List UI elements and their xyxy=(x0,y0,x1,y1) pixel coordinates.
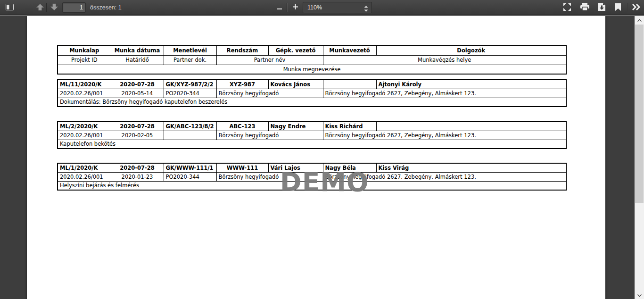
legend-description-row: Munka megnevezése xyxy=(58,65,566,74)
rendszam-cell: WWW-111 xyxy=(216,163,268,172)
menetlevel-cell: GK/ABC-123/8/2 xyxy=(164,122,216,131)
legend-header-row: Munkalap Munka dátuma Menetlevél Rendszá… xyxy=(58,46,566,55)
munka-megnevezese-cell: Kaputelefon bekötés xyxy=(58,140,566,149)
table-row: Dokumentálás: Börzsöny hegyifogadó kaput… xyxy=(58,98,566,107)
legend-cell: Partner név xyxy=(216,55,323,65)
previous-page-button[interactable] xyxy=(33,1,47,14)
scroll-up-button[interactable] xyxy=(635,16,644,24)
legend-cell: Munka megnevezése xyxy=(58,65,566,74)
toolbar-separator xyxy=(46,3,47,12)
zoom-level-select[interactable]: 110% xyxy=(303,2,372,13)
partner-dok-cell: PO2020-344 xyxy=(164,89,216,98)
gepk-vezeto-cell: Kovács János xyxy=(268,80,323,89)
chevron-down-icon xyxy=(637,291,642,299)
download-button[interactable] xyxy=(595,1,608,14)
legend-cell: Gépk. vezető xyxy=(268,46,323,55)
table-row: Kaputelefon bekötés xyxy=(58,140,566,149)
legend-cell: Munkavezető xyxy=(323,46,376,55)
legend-table: Munkalap Munka dátuma Menetlevél Rendszá… xyxy=(57,45,567,75)
printer-icon xyxy=(580,3,589,12)
partner-dok-cell xyxy=(164,131,216,140)
minus-icon xyxy=(276,4,282,11)
arrow-up-icon xyxy=(36,3,44,12)
table-row: ML/11/2020/K 2020-07-28 GK/XYZ-987/2/2 X… xyxy=(58,80,566,89)
dolgozok-cell: Ajtonyi Károly xyxy=(376,80,566,89)
arrow-down-icon xyxy=(50,3,58,12)
chevron-up-icon xyxy=(637,17,642,24)
double-chevron-icon xyxy=(631,4,641,12)
munka-datuma-cell: 2020-07-28 xyxy=(111,122,164,131)
projekt-id-cell: 2020.02.26/001 xyxy=(58,172,111,181)
rendszam-cell: XYZ-987 xyxy=(216,80,268,89)
demo-watermark: DEMO xyxy=(280,167,369,197)
munkavegzes-helye-cell: Börzsöny hegyifogadó 2627, Zebegény, Alm… xyxy=(323,89,566,98)
partner-nev-cell: Börzsöny hegyifogadó xyxy=(216,89,323,98)
rendszam-cell: ABC-123 xyxy=(216,122,268,131)
munkavezeto-cell: Kiss Richárd xyxy=(323,122,376,131)
sidebar-toggle-button[interactable] xyxy=(3,1,16,14)
hatarido-cell: 2020-05-14 xyxy=(111,89,164,98)
projekt-id-cell: 2020.02.26/001 xyxy=(58,89,111,98)
page-number-input[interactable] xyxy=(62,2,86,13)
legend-cell: Rendszám xyxy=(216,46,268,55)
hatarido-cell: 2020-01-23 xyxy=(111,172,164,181)
table-row: ML/2/2020/K 2020-07-28 GK/ABC-123/8/2 AB… xyxy=(58,122,566,131)
munkavegzes-helye-cell: Börzsöny hegyifogadó 2627, Zebegény, Alm… xyxy=(323,131,566,140)
munka-megnevezese-cell: Dokumentálás: Börzsöny hegyifogadó kaput… xyxy=(58,98,566,107)
munkavezeto-cell xyxy=(323,80,376,89)
projekt-id-cell: 2020.02.26/001 xyxy=(58,131,111,140)
munkalap-cell: ML/2/2020/K xyxy=(58,122,111,131)
plus-icon xyxy=(292,4,298,11)
legend-subheader-row: Projekt ID Határidő Partner dok. Partner… xyxy=(58,55,566,65)
pdf-viewer: összesen: 1 110% xyxy=(0,0,644,299)
legend-cell: Partner dok. xyxy=(164,55,216,65)
legend-cell: Határidő xyxy=(111,55,164,65)
next-page-button[interactable] xyxy=(48,1,61,14)
worksheet-table: ML/2/2020/K 2020-07-28 GK/ABC-123/8/2 AB… xyxy=(57,121,567,149)
sidebar-icon xyxy=(6,4,14,12)
print-button[interactable] xyxy=(578,1,591,14)
pdf-page: Munkalap Munka dátuma Menetlevél Rendszá… xyxy=(27,16,605,299)
munka-datuma-cell: 2020-07-28 xyxy=(111,80,164,89)
scrollbar-thumb[interactable] xyxy=(635,25,644,203)
zoom-out-button[interactable] xyxy=(272,1,286,14)
fullscreen-arrows-icon xyxy=(563,3,571,13)
page-count-label: összesen: 1 xyxy=(90,0,122,15)
hatarido-cell: 2020-02-05 xyxy=(111,131,164,140)
munkalap-cell: ML/11/2020/K xyxy=(58,80,111,89)
download-icon xyxy=(598,3,605,12)
bookmark-icon xyxy=(615,3,621,12)
table-row: 2020.02.26/001 2020-05-14 PO2020-344 Bör… xyxy=(58,89,566,98)
munkalap-cell: ML/1/2020/K xyxy=(58,163,111,172)
table-row: 2020.02.26/001 2020-02-05 Börzsöny hegyi… xyxy=(58,131,566,140)
bookmark-button[interactable] xyxy=(611,1,625,14)
toolbar-separator xyxy=(287,3,287,12)
partner-nev-cell: Börzsöny hegyifogadó xyxy=(216,131,323,140)
zoom-level-value: 110% xyxy=(307,4,322,11)
toolbar-separator xyxy=(627,3,627,12)
menetlevel-cell: GK/WWW-111/1 xyxy=(164,163,216,172)
partner-dok-cell: PO2020-344 xyxy=(164,172,216,181)
worksheet-table: ML/11/2020/K 2020-07-28 GK/XYZ-987/2/2 X… xyxy=(57,79,567,107)
legend-cell: Munka dátuma xyxy=(111,46,164,55)
more-tools-button[interactable] xyxy=(629,1,643,14)
dolgozok-cell: Kiss Virág xyxy=(376,163,566,172)
legend-cell: Munkalap xyxy=(58,46,111,55)
menetlevel-cell: GK/XYZ-987/2/2 xyxy=(164,80,216,89)
munka-datuma-cell: 2020-07-28 xyxy=(111,163,164,172)
select-spinner-icon xyxy=(364,5,368,15)
presentation-mode-button[interactable] xyxy=(561,1,574,14)
legend-cell: Munkavégzés helye xyxy=(323,55,566,65)
vertical-scrollbar[interactable] xyxy=(635,16,644,299)
scroll-down-button[interactable] xyxy=(635,291,644,299)
zoom-in-button[interactable] xyxy=(289,1,302,14)
toolbar-bottom-edge xyxy=(0,16,644,16)
toolbar: összesen: 1 110% xyxy=(0,0,644,15)
dolgozok-cell xyxy=(376,122,566,131)
legend-cell: Projekt ID xyxy=(58,55,111,65)
legend-cell: Dolgozók xyxy=(376,46,566,55)
legend-cell: Menetlevél xyxy=(164,46,216,55)
gepk-vezeto-cell: Nagy Endre xyxy=(268,122,323,131)
